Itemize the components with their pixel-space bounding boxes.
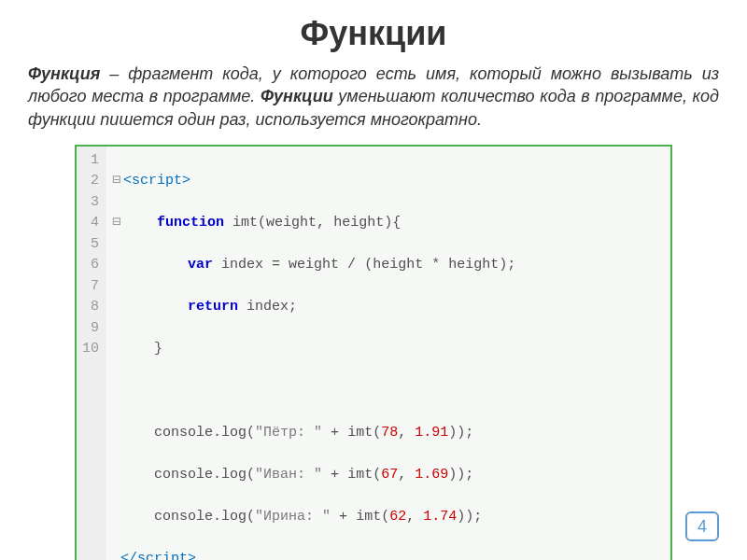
punct: ; — [289, 299, 297, 315]
code-content: ⊟<script> ⊟ function imt(weight, height)… — [106, 147, 670, 560]
ident: index — [247, 299, 289, 315]
punct: ) — [457, 509, 465, 525]
punct: + — [322, 467, 347, 483]
punct: ( — [381, 509, 389, 525]
definition-paragraph: Функция – фрагмент кода, у которого есть… — [28, 63, 719, 131]
ident: height — [373, 257, 423, 273]
line-number: 2 — [82, 171, 99, 192]
punct: ) — [457, 467, 465, 483]
keyword-function: function — [157, 215, 224, 231]
number: 1.91 — [415, 425, 448, 441]
ident: log — [221, 425, 247, 441]
punct: ) — [384, 215, 392, 231]
punct: . — [213, 425, 221, 441]
term-functions: Функции — [261, 87, 333, 105]
punct: ( — [247, 425, 255, 441]
tag-script-close: </ — [120, 551, 137, 560]
punct: ( — [258, 215, 266, 231]
keyword-var: var — [188, 257, 213, 273]
ident: console — [154, 467, 213, 483]
ident: imt — [356, 509, 381, 525]
line-number-gutter: 1 2 3 4 5 6 7 8 9 10 — [77, 147, 106, 560]
punct: / — [339, 257, 364, 273]
var-name: index — [221, 257, 263, 273]
string: "Иван: " — [255, 467, 322, 483]
ident: console — [154, 425, 213, 441]
punct: ( — [247, 509, 255, 525]
string: "Ирина: " — [255, 509, 331, 525]
punct: ) — [465, 509, 473, 525]
term-function: Функция — [28, 64, 100, 83]
punct: , — [398, 467, 415, 483]
punct: * — [423, 257, 448, 273]
line-number: 10 — [82, 339, 99, 360]
ident: log — [221, 467, 247, 483]
number: 1.74 — [423, 509, 457, 525]
punct: , — [398, 425, 415, 441]
ident: imt — [347, 467, 373, 483]
tag-script-close: script> — [137, 551, 196, 560]
punct: = — [263, 257, 289, 273]
punct: + — [322, 425, 347, 441]
punct: ) — [499, 257, 507, 273]
ident: height — [448, 257, 499, 273]
punct: } — [154, 341, 162, 357]
fold-icon: ⊟ — [112, 213, 123, 234]
punct: + — [331, 509, 356, 525]
page-title: Функции — [28, 14, 719, 53]
code-block: 1 2 3 4 5 6 7 8 9 10 ⊟<script> ⊟ functio… — [75, 145, 672, 560]
number: 1.69 — [415, 467, 448, 483]
punct: ) — [448, 425, 457, 441]
tag-script-open: <script> — [123, 173, 190, 189]
punct: ( — [364, 257, 373, 273]
punct: ) — [448, 467, 457, 483]
string: "Пётр: " — [255, 425, 322, 441]
punct: ( — [373, 425, 381, 441]
fn-name: imt — [233, 215, 258, 231]
line-number: 7 — [82, 276, 99, 298]
punct: ; — [473, 509, 482, 525]
param: weight — [266, 215, 317, 231]
punct: . — [213, 467, 221, 483]
fold-icon: ⊟ — [112, 171, 123, 192]
punct: ; — [465, 425, 473, 441]
punct: { — [392, 215, 401, 231]
line-number: 4 — [82, 213, 99, 234]
punct: . — [213, 509, 221, 525]
dash: – — [100, 64, 128, 83]
line-number: 8 — [82, 297, 99, 318]
punct: ( — [373, 467, 381, 483]
punct: ; — [465, 467, 473, 483]
punct: , — [317, 215, 333, 231]
number: 62 — [389, 509, 406, 525]
ident: imt — [347, 425, 373, 441]
number: 67 — [381, 467, 398, 483]
line-number: 9 — [82, 318, 99, 340]
ident: console — [154, 509, 213, 525]
punct: ; — [507, 257, 515, 273]
ident: log — [221, 509, 247, 525]
punct: ( — [247, 467, 255, 483]
param: height — [333, 215, 384, 231]
punct: ) — [457, 425, 465, 441]
number: 78 — [381, 425, 398, 441]
line-number: 6 — [82, 255, 99, 276]
line-number: 1 — [82, 150, 99, 172]
line-number: 3 — [82, 192, 99, 214]
keyword-return: return — [188, 299, 238, 315]
page-number-badge: 4 — [685, 511, 719, 541]
ident: weight — [289, 257, 339, 273]
punct: , — [406, 509, 423, 525]
line-number: 5 — [82, 234, 99, 256]
